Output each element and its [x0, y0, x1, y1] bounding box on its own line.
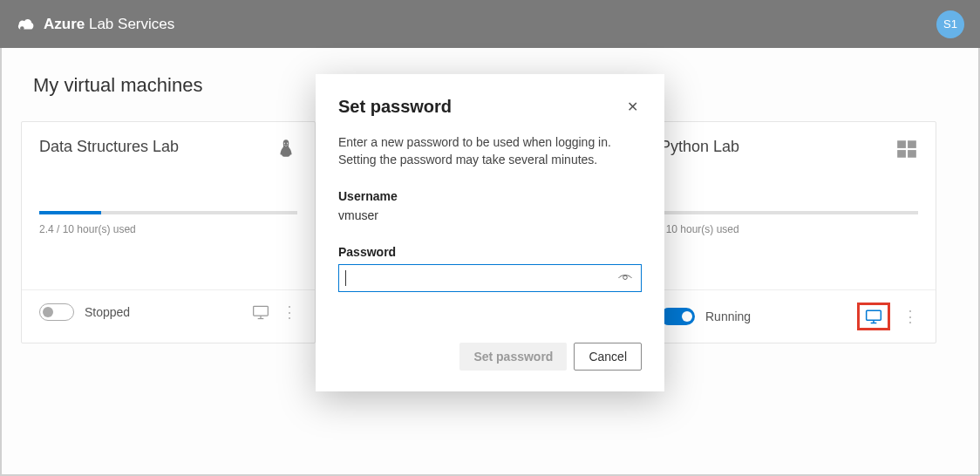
- usage-text: / 10 hour(s) used: [660, 223, 918, 235]
- connect-icon[interactable]: [252, 304, 269, 320]
- svg-point-11: [623, 275, 628, 280]
- dialog-title: Set password: [338, 97, 452, 117]
- connect-button-highlight: [857, 303, 890, 330]
- set-password-button[interactable]: Set password: [459, 343, 567, 371]
- password-input[interactable]: [338, 264, 642, 292]
- svg-rect-1: [254, 306, 269, 316]
- svg-rect-4: [897, 140, 906, 148]
- vm-card: Python Lab / 10 hour(s) used: [642, 121, 936, 343]
- svg-point-0: [20, 26, 24, 31]
- svg-rect-6: [897, 150, 906, 158]
- brand-text: Azure Lab Services: [44, 16, 174, 33]
- usage-progress: [660, 211, 918, 214]
- user-avatar[interactable]: S1: [936, 10, 964, 38]
- connect-icon[interactable]: [865, 309, 882, 324]
- azure-logo-icon: [16, 15, 35, 34]
- username-value: vmuser: [338, 208, 642, 222]
- username-label: Username: [338, 189, 642, 203]
- linux-icon: [275, 138, 297, 160]
- vm-status: Running: [705, 309, 751, 323]
- usage-progress: [39, 211, 297, 214]
- power-toggle[interactable]: [660, 308, 695, 325]
- text-cursor: [345, 270, 346, 286]
- vm-title: Python Lab: [660, 138, 739, 156]
- set-password-dialog: Set password ✕ Enter a new password to b…: [316, 74, 664, 391]
- app-header: Azure Lab Services S1: [0, 0, 980, 48]
- reveal-password-icon[interactable]: [617, 272, 633, 284]
- usage-text: 2.4 / 10 hour(s) used: [39, 223, 297, 235]
- power-toggle[interactable]: [39, 303, 74, 321]
- password-label: Password: [338, 245, 642, 259]
- svg-rect-8: [867, 310, 881, 320]
- windows-icon: [895, 138, 918, 160]
- more-menu-icon[interactable]: ⋮: [902, 307, 918, 326]
- progress-fill: [39, 211, 101, 214]
- vm-status: Stopped: [85, 305, 130, 319]
- brand: Azure Lab Services: [16, 15, 174, 34]
- dialog-description: Enter a new password to be used when log…: [338, 134, 642, 168]
- more-menu-icon[interactable]: ⋮: [282, 303, 297, 322]
- vm-title: Data Structures Lab: [39, 138, 179, 156]
- svg-rect-5: [908, 140, 916, 148]
- vm-card: Data Structures Lab 2.4 / 10 hour(s) use…: [21, 121, 316, 343]
- close-icon[interactable]: ✕: [623, 95, 642, 119]
- cancel-button[interactable]: Cancel: [574, 343, 642, 371]
- svg-rect-7: [908, 150, 916, 158]
